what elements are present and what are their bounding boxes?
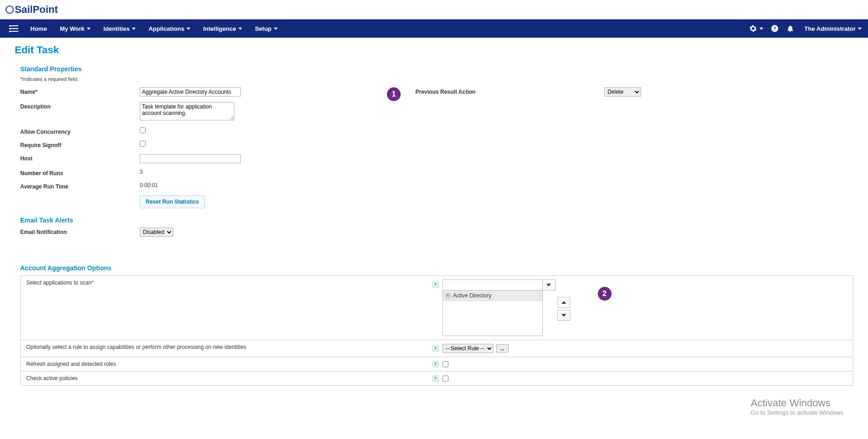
user-name: The Administrator — [805, 25, 856, 32]
nav-home-label: Home — [30, 25, 47, 32]
rule-browse-button[interactable]: ... — [496, 344, 509, 353]
prev-result-select[interactable]: Delete — [604, 87, 641, 97]
callout-badge-1: 1 — [387, 87, 401, 101]
name-input[interactable] — [140, 87, 241, 97]
chevron-down-icon — [760, 28, 763, 30]
bell-icon — [786, 24, 794, 33]
nav-setup-label: Setup — [255, 25, 272, 32]
application-search-input[interactable] — [443, 280, 542, 290]
hamburger-menu-icon[interactable] — [9, 25, 18, 32]
help-icon: ? — [771, 24, 779, 33]
chevron-down-icon — [187, 28, 190, 30]
require-signoff-label: Require Signoff — [20, 141, 140, 148]
prev-result-label: Previous Result Action — [415, 89, 476, 95]
chevron-down-icon — [858, 28, 862, 30]
help-icon[interactable]: ? — [432, 361, 439, 367]
reset-run-stats-button[interactable]: Reset Run Statistics — [140, 195, 205, 208]
chevron-down-icon — [274, 28, 278, 30]
selected-app-label: Active Directory — [453, 292, 492, 299]
require-signoff-checkbox[interactable] — [140, 141, 146, 147]
application-dropdown-button[interactable] — [543, 279, 556, 291]
aggregation-options-heading: Account Aggregation Options — [20, 264, 853, 272]
allow-concurrency-label: Allow Concurrency — [20, 127, 140, 135]
chevron-down-icon — [87, 28, 91, 30]
chevron-down-icon — [562, 314, 566, 317]
description-label: Description — [20, 102, 140, 110]
sailpoint-icon — [6, 6, 14, 14]
remove-icon[interactable]: ✕ — [446, 293, 451, 298]
nav-intelligence[interactable]: Intelligence — [197, 21, 249, 37]
chevron-up-icon — [562, 301, 566, 304]
nav-identities[interactable]: Identities — [97, 21, 142, 37]
brand-name: SailPoint — [15, 4, 58, 16]
selected-application-item: ✕ Active Directory — [443, 291, 542, 301]
allow-concurrency-checkbox[interactable] — [140, 127, 146, 133]
user-menu[interactable]: The Administrator — [802, 21, 864, 37]
nav-my-work-label: My Work — [60, 25, 85, 32]
help-icon[interactable]: ? — [432, 375, 439, 382]
chevron-down-icon — [238, 28, 242, 30]
nav-setup[interactable]: Setup — [249, 21, 284, 37]
name-label: Name* — [20, 87, 140, 95]
settings-menu[interactable] — [749, 24, 763, 33]
required-note: **Indicates a required field.Indicates a… — [20, 76, 853, 82]
host-input[interactable] — [140, 154, 241, 163]
email-notification-label: Email Notification — [20, 228, 140, 235]
nav-my-work[interactable]: My Work — [53, 21, 97, 37]
host-label: Host — [20, 154, 140, 162]
main-navbar: Home My Work Identities Applications Int… — [0, 19, 868, 38]
nav-home[interactable]: Home — [24, 21, 53, 37]
num-runs-value: 3 — [140, 169, 415, 175]
check-policies-checkbox[interactable] — [443, 376, 448, 382]
selected-applications-list: ✕ Active Directory — [443, 290, 543, 336]
nav-applications-label: Applications — [148, 25, 184, 32]
move-down-button[interactable] — [557, 310, 570, 321]
standard-properties-heading: Standard Properties — [20, 65, 853, 73]
notifications-button[interactable] — [786, 24, 794, 33]
callout-badge-2: 2 — [598, 287, 612, 301]
check-policies-label: Check active policies — [26, 375, 78, 382]
email-alerts-heading: Email Task Alerts — [20, 217, 853, 224]
description-textarea[interactable] — [140, 102, 234, 120]
num-runs-label: Number of Runs — [20, 169, 140, 177]
nav-applications[interactable]: Applications — [142, 21, 197, 37]
rule-select[interactable]: -- Select Rule -- — [443, 344, 494, 353]
refresh-roles-label: Refresh assigned and detected roles — [26, 361, 116, 367]
refresh-roles-checkbox[interactable] — [443, 361, 448, 367]
nav-intelligence-label: Intelligence — [203, 25, 236, 32]
page-title: Edit Task — [15, 44, 853, 56]
chevron-down-icon — [132, 28, 136, 30]
brand-logo[interactable]: SailPoint — [0, 0, 868, 19]
avg-runtime-value: 0:00:01 — [140, 182, 415, 188]
help-icon[interactable]: ? — [432, 281, 439, 288]
chevron-down-icon — [546, 284, 551, 286]
nav-identities-label: Identities — [103, 25, 130, 32]
svg-text:?: ? — [773, 26, 776, 31]
help-icon[interactable]: ? — [432, 345, 439, 352]
move-up-button[interactable] — [557, 297, 570, 308]
help-button[interactable]: ? — [771, 24, 779, 33]
email-notification-select[interactable]: Disabled — [140, 228, 173, 237]
gear-icon — [749, 24, 757, 33]
rule-select-label: Optionally select a rule to assign capab… — [26, 344, 246, 350]
select-apps-label: Select applications to scan* — [26, 279, 94, 286]
avg-runtime-label: Average Run Time — [20, 182, 140, 190]
